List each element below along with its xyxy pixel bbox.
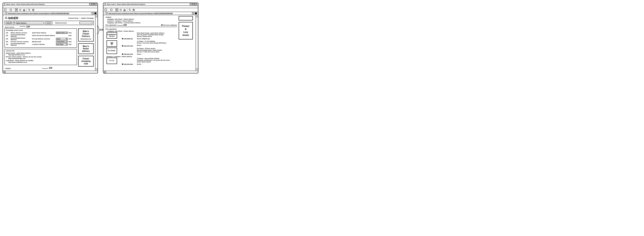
ad-card[interactable]: Mary's flower delivery <box>78 43 94 54</box>
scroll-down-icon[interactable]: ∧ <box>196 69 198 71</box>
ad-button[interactable]: garden flower⁞ <box>56 32 68 34</box>
phone-icon: ☎ <box>122 63 124 65</box>
button-menu-icon[interactable]: ⁞ <box>66 38 67 39</box>
ad-button[interactable]: clover⁞ <box>56 38 68 40</box>
ad-line: mall <box>79 62 92 65</box>
search-scope-arrow[interactable]: ˅ <box>13 22 15 24</box>
listing-thumb[interactable] <box>106 40 117 47</box>
search-icon[interactable] <box>28 9 31 11</box>
sponsor-url[interactable]: http://www.flower90.co.kr <box>8 58 75 59</box>
category-path[interactable]: shopping > gift, flower > overseas flowe… <box>107 22 177 23</box>
logo-text: NAVER <box>8 16 18 20</box>
stop-icon[interactable]: ✖ <box>116 9 118 11</box>
refresh-icon[interactable] <box>120 9 122 11</box>
addr-dd-button[interactable]: ∨ <box>92 12 94 14</box>
maximize-button[interactable]: ❐ <box>192 3 194 5</box>
ad-card[interactable]: Flower shopping mall <box>78 56 94 67</box>
click-link[interactable]: click <box>68 38 72 40</box>
side-ad[interactable]: Flower & Live music <box>179 22 193 39</box>
listing-location: Seoul. ~ <box>137 63 177 65</box>
favorites-icon[interactable] <box>132 9 135 11</box>
scroll-down-icon[interactable]: ∧ <box>96 69 98 71</box>
subcategory-line[interactable]: business > company > flower delivery <box>106 56 177 57</box>
subcategory-line[interactable]: shopping > gift, flower > flower deliver… <box>107 30 177 32</box>
scrollbar[interactable]: ∧ ∧ <box>196 15 198 71</box>
listing-phone[interactable]: ☎ 080-456-5004 <box>122 63 136 65</box>
callout-220-text: 220 <box>26 26 30 28</box>
category-path[interactable]: shopping > gift, flower > flower deliver… <box>107 18 177 20</box>
app-icon <box>4 3 6 5</box>
ad-title[interactable]: [70 mins. All over country] <box>11 41 31 42</box>
button-menu-icon[interactable]: ⁞ <box>66 32 67 33</box>
advanced-search-link[interactable]: Advanced search <box>55 22 67 24</box>
url-text[interactable]: http://search.naver.com/search.naver?whe… <box>8 12 91 14</box>
sponsor-title[interactable]: 90 mins. Flower deliver - delivery all o… <box>6 56 75 58</box>
click-link[interactable]: click <box>68 41 72 42</box>
scroll-track[interactable] <box>96 17 98 69</box>
listing-phone[interactable]: ☎ 080-205-5454 <box>122 45 136 47</box>
close-button[interactable]: ✕ <box>94 3 97 5</box>
minimize-button[interactable]: — <box>190 3 192 5</box>
search-input[interactable]: flower delivery <box>16 22 44 24</box>
button-menu-icon[interactable]: ⁞ <box>66 41 67 42</box>
go-button[interactable]: → <box>195 12 197 14</box>
url-text[interactable]: http://search.naver.com/search.naver?whe… <box>108 12 191 14</box>
search-scope-select[interactable]: search <box>6 22 12 24</box>
addr-dropdown-icon[interactable]: ▾ <box>104 13 105 14</box>
sponsor-url[interactable]: http://gardenflower.co.kr <box>8 54 75 56</box>
see-more-link[interactable]: See more categories <box>163 24 177 26</box>
category-path[interactable]: business > company > flower delivery <box>107 20 177 22</box>
ad-button[interactable]: Young flower⁞ <box>56 41 68 43</box>
ad-title[interactable]: [recommended flower delivery] <box>11 43 31 46</box>
ad-title[interactable]: [recommended flower delivery] <box>11 37 31 40</box>
ad-desc: which site has the fastest delivery <box>32 35 55 36</box>
ad-card[interactable]: Mike's Flower Deliveryiflowerkorea.com <box>78 28 94 41</box>
minimize-button[interactable]: — <box>89 3 92 5</box>
app-icon <box>104 3 106 5</box>
register-homepage-link[interactable]: register homepage <box>81 17 94 19</box>
click-link[interactable]: click <box>68 35 72 36</box>
forward-icon[interactable]: › <box>110 9 112 11</box>
home-icon[interactable] <box>123 9 126 11</box>
search-icon[interactable] <box>128 9 131 11</box>
side-box[interactable] <box>179 16 193 20</box>
refresh-icon[interactable] <box>19 9 22 11</box>
ad-button[interactable]: Plus flower⁞ <box>56 43 68 45</box>
naver-logo[interactable]: NAVER <box>4 16 18 20</box>
click-link[interactable]: click <box>68 32 72 33</box>
scroll-up-icon[interactable]: ∧ <box>96 15 98 17</box>
scrollbar[interactable]: ∧ ∧ <box>95 15 98 71</box>
listing-line: Company introduction / f.d service all o… <box>137 59 177 61</box>
listing-thumb[interactable]: D's flower <box>106 48 117 54</box>
scroll-up-icon[interactable]: ∧ <box>196 15 198 17</box>
click-link[interactable]: click <box>68 44 72 45</box>
search-extra-box[interactable] <box>80 22 92 24</box>
back-icon[interactable]: ‹ <box>104 9 107 11</box>
sponsor-url[interactable]: http://www.multiflower.co.kr <box>8 61 75 63</box>
keyword-shop-link[interactable]: Keyword shop <box>68 17 78 19</box>
maximize-button[interactable]: ❐ <box>92 3 94 5</box>
plus-registration-link[interactable]: Plus registration <box>106 24 117 26</box>
listing-thumb[interactable]: T's f.d. <box>106 58 117 64</box>
back-icon[interactable]: ‹ <box>4 9 6 11</box>
listing-location: Seoul. ~ <box>137 53 177 55</box>
button-menu-icon[interactable]: ⁞ <box>66 44 67 45</box>
knowledge-row: AD [flower delivery service] Quick flowe… <box>6 32 75 34</box>
addr-dropdown-icon[interactable]: ▾ <box>4 13 5 14</box>
scroll-track[interactable] <box>196 17 198 69</box>
search-button[interactable]: search <box>45 22 52 24</box>
sponsor-title[interactable]: multi flower - flower delivery for virth… <box>6 60 75 61</box>
home-icon[interactable] <box>23 9 25 11</box>
listing-phone[interactable]: ☎ 080-9999-001 <box>122 38 136 40</box>
favorites-icon[interactable] <box>32 9 34 11</box>
ad-title[interactable]: [flower delivery service] <box>11 32 31 33</box>
go-button[interactable]: → <box>94 12 96 14</box>
ad-title[interactable]: [recommended flower delivery] <box>11 34 31 37</box>
addr-dd-button[interactable]: ∨ <box>192 12 194 14</box>
listing-phone[interactable]: ☎ 080-566-2525 <box>122 53 136 55</box>
close-button[interactable]: ✕ <box>195 3 197 5</box>
listing-thumb[interactable]: Echoflowers Service <box>106 32 117 39</box>
forward-icon[interactable]: › <box>10 9 12 11</box>
stop-icon[interactable]: ✖ <box>15 9 18 11</box>
sponsor-title[interactable]: garden flower - quick flower delivery <box>6 52 75 54</box>
